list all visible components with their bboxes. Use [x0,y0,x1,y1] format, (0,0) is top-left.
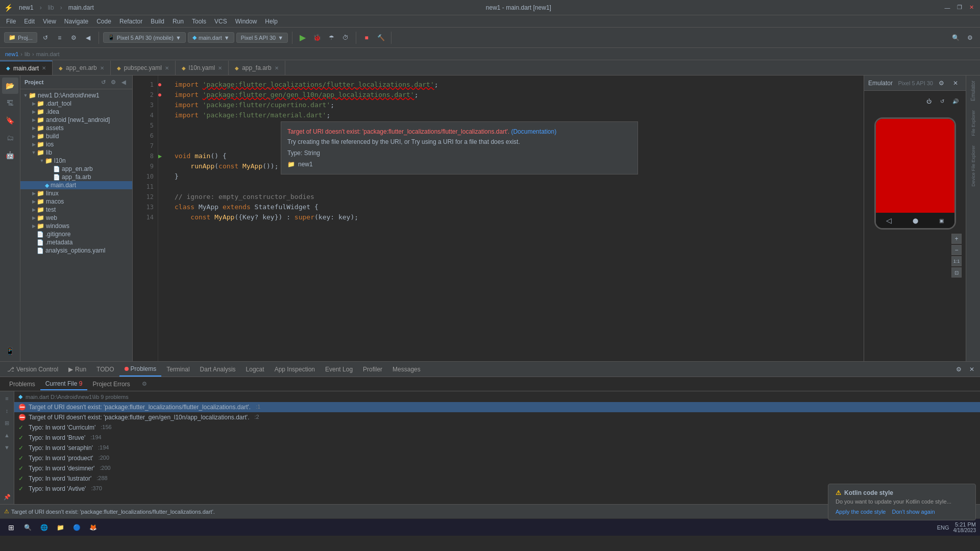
tree-macos[interactable]: ▶ 📁 macos [20,197,132,206]
tab-pubspec[interactable]: ◆ pubspec.yaml ✕ [111,61,176,75]
debug-btn[interactable]: 🐞 [311,32,323,44]
tree-sync-btn[interactable]: ↺ [99,78,108,87]
zoom-1x-btn[interactable]: 1:1 [951,256,962,266]
minimize-button[interactable]: — [943,4,951,12]
search-everywhere-btn[interactable]: 🔍 [949,32,962,44]
project-dropdown[interactable]: 📁 Proj... [4,32,37,43]
breadcrumb-lib[interactable]: lib [24,51,30,57]
menu-window[interactable]: Window [231,17,261,26]
problem-item-7[interactable]: ✓ Typo: In word 'lustrator' :288 [14,473,980,484]
problems-sort-icon[interactable]: ↕ [2,406,12,416]
tab-close-pubspec[interactable]: ✕ [165,65,169,71]
emulator-tab-icon[interactable]: Emulator [968,78,978,104]
tab-dart-analysis[interactable]: Dart Analysis [195,362,241,377]
menu-file[interactable]: File [2,17,20,26]
tab-logcat[interactable]: Logcat [241,362,270,377]
tab-close-app-fa[interactable]: ✕ [275,65,279,71]
tree-analysis[interactable]: 📄 analysis_options.yaml [20,246,132,255]
tree-dart-tool[interactable]: ▶ 📁 .dart_tool [20,99,132,108]
problem-item-0[interactable]: ⛔ Target of URI doesn't exist: 'package:… [14,402,980,412]
em-power-btn[interactable]: ⏻ [923,95,935,107]
sub-tab-project[interactable]: Project Errors [87,379,135,390]
code-editor[interactable]: 1 2 3 4 5 6 7 8 9 10 11 12 13 14 ● ● [133,76,864,361]
taskbar-explorer[interactable]: 📁 [53,520,67,535]
tree-app-en[interactable]: 📄 app_en.arb [20,165,132,173]
taskbar-chrome[interactable]: 🔵 [69,520,84,535]
tree-metadata[interactable]: 📄 .metadata [20,238,132,246]
resource-manager-icon[interactable]: 🗂 [2,130,18,146]
tab-event-log[interactable]: Event Log [320,362,358,377]
settings-btn[interactable]: ⚙ [964,32,976,44]
tab-app-inspection[interactable]: App Inspection [270,362,320,377]
menu-run[interactable]: Run [168,17,188,26]
phone-home-btn[interactable]: ⬤ [913,218,918,223]
tree-android[interactable]: ▶ 📁 android [new1_android] [20,116,132,124]
tab-run[interactable]: ▶ Run [63,362,91,377]
tree-l10n[interactable]: ▼ 📁 l10n [20,157,132,165]
problems-group-icon[interactable]: ⊞ [2,418,12,428]
tab-version-control[interactable]: ⎇ Version Control [2,362,63,377]
profile-btn[interactable]: ⏱ [339,32,352,44]
breadcrumb-project[interactable]: new1 [5,51,18,57]
tab-l10n[interactable]: ◆ l10n.yaml ✕ [176,61,229,75]
menu-view[interactable]: View [39,17,60,26]
problems-close-btn[interactable]: ✕ [966,363,978,375]
code-content[interactable]: import 'package:flutter_localizations/fl… [168,76,864,361]
search-taskbar-btn[interactable]: 🔍 [20,520,35,535]
tab-problems[interactable]: Problems [119,362,162,377]
taskbar-firefox[interactable]: 🦊 [86,520,100,535]
maximize-button[interactable]: ❐ [955,4,964,12]
em-back-btn[interactable]: ↺ [936,95,948,107]
api-selector[interactable]: Pixel 5 API 30 ▼ [236,33,288,43]
problem-item-6[interactable]: ✓ Typo: In word 'desimner' :200 [14,463,980,473]
problem-item-1[interactable]: ⛔ Target of URI doesn't exist: 'package:… [14,412,980,422]
menu-edit[interactable]: Edit [20,17,39,26]
device-file-explorer-icon[interactable]: Device File Explorer [969,142,978,190]
sub-tab-all[interactable]: Problems [4,379,40,390]
tree-linux[interactable]: ▶ 📁 linux [20,189,132,197]
tree-app-fa[interactable]: 📄 app_fa.arb [20,173,132,181]
problem-item-4[interactable]: ✓ Typo: In word 'seraphin' :194 [14,443,980,453]
menu-code[interactable]: Code [92,17,115,26]
run-btn[interactable]: ▶ [297,32,309,44]
build-btn[interactable]: 🔨 [375,32,387,44]
menu-build[interactable]: Build [146,17,168,26]
tree-idea[interactable]: ▶ 📁 .idea [20,108,132,116]
apply-code-style-link[interactable]: Apply the code style [836,509,886,515]
problem-item-2[interactable]: ✓ Typo: In word 'Curriculm' :156 [14,422,980,433]
phone-back-btn[interactable]: ◁ [886,216,892,224]
problems-settings-btn[interactable]: ⚙ [952,363,965,375]
tab-close-app-en[interactable]: ✕ [100,65,104,71]
problems-prev-icon[interactable]: ▲ [2,430,12,440]
zoom-fit-btn[interactable]: ⊡ [951,267,962,278]
tree-config-btn[interactable]: ⚙ [109,78,118,87]
menu-tools[interactable]: Tools [188,17,210,26]
tab-close-main[interactable]: ✕ [42,65,46,71]
tooltip-doc-link[interactable]: (Documentation) [511,128,556,135]
file-explorer-tab-icon[interactable]: File Explorer [969,107,978,139]
tab-app-en-arb[interactable]: ◆ app_en.arb ✕ [53,61,111,75]
tree-lib[interactable]: ▼ 📁 lib [20,148,132,157]
tab-terminal[interactable]: Terminal [161,362,194,377]
emulator-close-btn[interactable]: ✕ [949,77,962,89]
run-config-selector[interactable]: ◆ main.dart ▼ [188,32,234,43]
tab-main-dart[interactable]: ◆ main.dart ✕ [0,61,53,75]
device-variants-icon[interactable]: 📱 [2,343,18,359]
emulator-settings-btn[interactable]: ⚙ [935,77,947,89]
sub-tab-current[interactable]: Current File 9 [40,378,88,390]
bookmarks-icon[interactable]: 🔖 [2,112,18,129]
tree-web[interactable]: ▶ 📁 web [20,214,132,222]
project-view-icon[interactable]: 📂 [2,78,18,94]
tree-assets[interactable]: ▶ 📁 assets [20,124,132,132]
close-button[interactable]: ✕ [968,4,976,12]
tree-test[interactable]: ▶ 📁 test [20,206,132,214]
phone-recents-btn[interactable]: ▣ [939,218,944,223]
menu-navigate[interactable]: Navigate [60,17,92,26]
phone-screen[interactable] [876,119,954,213]
menu-vcs[interactable]: VCS [210,17,231,26]
tree-collapse-btn[interactable]: ◀ [119,78,128,87]
coverage-btn[interactable]: ☂ [325,32,337,44]
menu-help[interactable]: Help [261,17,282,26]
zoom-out-btn[interactable]: − [951,245,962,255]
filter-btn[interactable]: ⚙ [68,32,80,44]
